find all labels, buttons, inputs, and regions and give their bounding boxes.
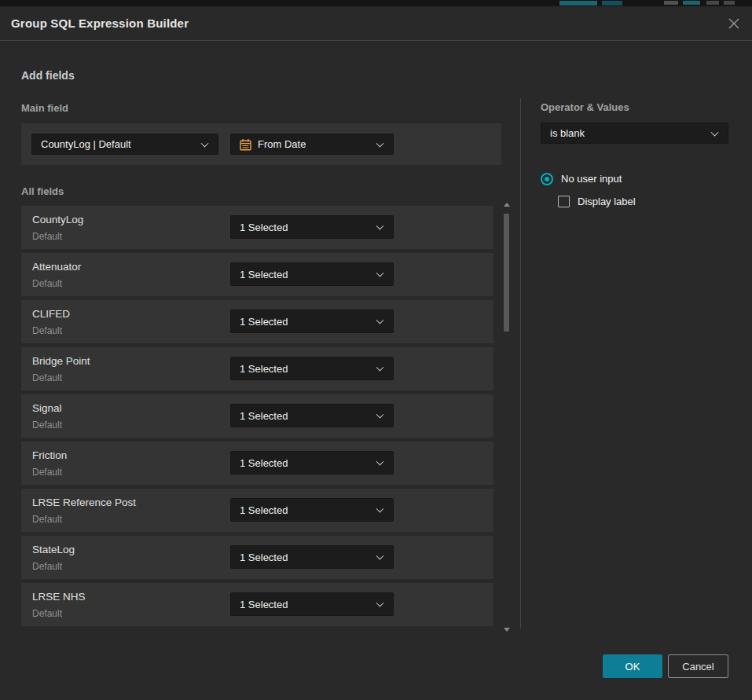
field-row: Signal Default 1 Selected	[21, 394, 493, 438]
scrollbar-thumb[interactable]	[504, 214, 509, 332]
chevron-down-icon	[201, 139, 209, 147]
add-fields-heading: Add fields	[21, 69, 75, 82]
dialog-title: Group SQL Expression Builder	[11, 6, 189, 41]
field-selected-dropdown[interactable]: 1 Selected	[230, 215, 394, 239]
layer-select-value: CountyLog | Default	[41, 138, 131, 150]
background-fragment	[706, 1, 719, 5]
background-fragment	[602, 1, 622, 5]
screen: Group SQL Expression Builder Add fields …	[0, 0, 752, 700]
dialog-header: Group SQL Expression Builder	[0, 6, 752, 41]
all-fields-list: CountyLog Default 1 Selected Attenuator …	[21, 206, 493, 630]
field-selected-dropdown[interactable]: 1 Selected	[230, 357, 394, 380]
field-row: LRSE NHS Default 1 Selected	[21, 583, 493, 626]
field-selected-dropdown[interactable]: 1 Selected	[230, 545, 394, 569]
cancel-button[interactable]: Cancel	[668, 654, 728, 678]
selected-count-value: 1 Selected	[240, 222, 288, 233]
display-label-checkbox-row[interactable]: Display label	[558, 195, 636, 207]
background-fragment	[683, 1, 700, 5]
selected-count-value: 1 Selected	[240, 316, 288, 328]
close-icon	[728, 17, 740, 30]
chevron-down-icon	[376, 411, 384, 419]
field-selected-dropdown[interactable]: 1 Selected	[230, 592, 394, 616]
field-row: LRSE Reference Post Default 1 Selected	[21, 489, 493, 532]
field-name: LRSE NHS	[32, 591, 86, 603]
main-field-panel: CountyLog | Default From Date	[21, 123, 501, 165]
field-subtype: Default	[32, 278, 62, 289]
selected-count-value: 1 Selected	[240, 363, 288, 375]
all-fields-label: All fields	[21, 185, 64, 197]
group-sql-expression-builder-dialog: Group SQL Expression Builder Add fields …	[0, 6, 752, 700]
field-subtype: Default	[32, 467, 62, 478]
selected-count-value: 1 Selected	[240, 457, 288, 469]
chevron-down-icon	[376, 505, 384, 513]
operator-values-label: Operator & Values	[541, 101, 629, 113]
list-scrollbar[interactable]	[503, 203, 510, 632]
selected-count-value: 1 Selected	[240, 410, 288, 422]
field-row: Friction Default 1 Selected	[21, 442, 493, 485]
chevron-down-icon	[711, 128, 719, 136]
field-name: Bridge Point	[32, 355, 90, 367]
field-name: Signal	[32, 402, 62, 414]
field-selected-dropdown[interactable]: 1 Selected	[230, 451, 394, 475]
operator-select-value: is blank	[550, 127, 585, 139]
scrollbar-down-arrow[interactable]	[504, 628, 510, 632]
ok-button[interactable]: OK	[603, 654, 662, 678]
calendar-icon	[239, 138, 252, 152]
main-field-layer-select[interactable]: CountyLog | Default	[31, 134, 218, 155]
field-selected-dropdown[interactable]: 1 Selected	[230, 404, 394, 427]
field-row: StateLog Default 1 Selected	[21, 536, 493, 579]
field-subtype: Default	[32, 561, 62, 572]
scrollbar-up-arrow[interactable]	[504, 203, 510, 207]
operator-select[interactable]: is blank	[541, 123, 728, 144]
field-subtype: Default	[32, 420, 62, 431]
background-app-strip	[0, 0, 752, 6]
chevron-down-icon	[376, 552, 384, 560]
close-button[interactable]	[726, 16, 742, 32]
background-fragment	[664, 1, 678, 5]
field-subtype: Default	[32, 372, 62, 383]
field-row: Bridge Point Default 1 Selected	[21, 347, 493, 390]
radio-selected-icon[interactable]	[541, 173, 553, 185]
no-user-input-radio-row[interactable]: No user input	[541, 172, 622, 185]
field-name: Attenuator	[32, 261, 81, 273]
field-name: LRSE Reference Post	[32, 497, 136, 508]
chevron-down-icon	[376, 317, 384, 324]
field-subtype: Default	[32, 325, 62, 336]
selected-count-value: 1 Selected	[240, 552, 288, 563]
selected-count-value: 1 Selected	[240, 599, 288, 610]
chevron-down-icon	[376, 599, 384, 607]
chevron-down-icon	[376, 139, 384, 147]
field-name: StateLog	[32, 544, 75, 555]
field-subtype: Default	[32, 608, 62, 619]
field-subtype: Default	[32, 514, 62, 525]
chevron-down-icon	[376, 364, 384, 372]
selected-count-value: 1 Selected	[240, 269, 288, 280]
field-name: Friction	[32, 449, 67, 461]
main-field-label: Main field	[21, 102, 68, 114]
background-fragment	[724, 1, 735, 5]
selected-count-value: 1 Selected	[240, 504, 288, 516]
field-row: CLIFED Default 1 Selected	[21, 300, 493, 343]
field-selected-dropdown[interactable]: 1 Selected	[230, 498, 394, 522]
checkbox-unchecked-icon[interactable]	[558, 196, 570, 207]
field-selected-dropdown[interactable]: 1 Selected	[230, 310, 394, 333]
panel-divider	[520, 98, 521, 629]
field-row: Attenuator Default 1 Selected	[21, 253, 493, 296]
radio-dot	[545, 177, 549, 181]
background-fragment	[559, 1, 597, 5]
display-label-label: Display label	[578, 196, 636, 207]
no-user-input-label: No user input	[561, 173, 622, 185]
field-selected-dropdown[interactable]: 1 Selected	[230, 262, 394, 286]
chevron-down-icon	[376, 222, 384, 230]
field-row: CountyLog Default 1 Selected	[21, 206, 493, 249]
main-field-field-select[interactable]: From Date	[230, 134, 394, 155]
field-select-value: From Date	[258, 138, 306, 150]
field-name: CLIFED	[32, 308, 70, 320]
chevron-down-icon	[376, 458, 384, 466]
chevron-down-icon	[376, 269, 384, 277]
field-name: CountyLog	[32, 214, 83, 225]
field-subtype: Default	[32, 231, 62, 242]
